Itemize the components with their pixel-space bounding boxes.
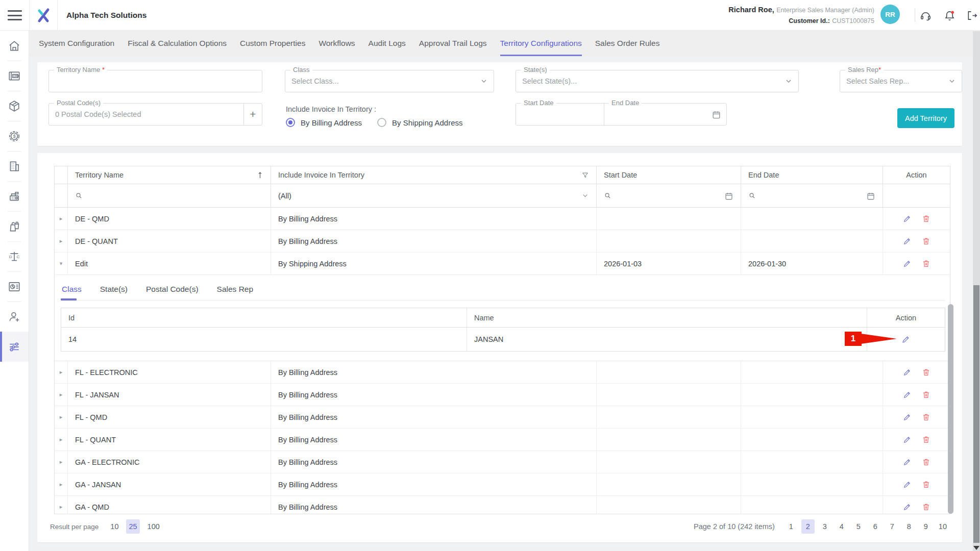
edit-pencil-icon[interactable]	[903, 259, 912, 268]
edit-pencil-icon[interactable]	[903, 480, 912, 489]
delete-trash-icon[interactable]	[922, 435, 930, 444]
filter-include-invoice-cell[interactable]: (All)	[271, 184, 597, 208]
radio-by-shipping-address[interactable]: By Shipping Address	[377, 118, 462, 127]
logout-icon[interactable]	[966, 10, 978, 21]
user-avatar[interactable]: RR	[880, 5, 900, 24]
tab-territory-configurations[interactable]: Territory Configurations	[500, 31, 582, 56]
sales-rep-select[interactable]: Sales Rep* Select Sales Rep...	[840, 70, 962, 92]
col-include-invoice[interactable]: Include Invoice In Territory	[271, 166, 597, 184]
col-territory-name[interactable]: Territory Name	[68, 166, 271, 184]
states-select[interactable]: State(s) Select State(s)...	[516, 70, 799, 92]
page-size-10[interactable]: 10	[108, 519, 121, 534]
table-row[interactable]: ▸ GA - ELECTRONIC By Billing Address	[55, 451, 950, 473]
sidebar-item-crm[interactable]: CRM	[0, 61, 29, 91]
detail-tab-sales-rep[interactable]: Sales Rep	[216, 282, 255, 300]
calendar-icon[interactable]	[712, 110, 721, 119]
notifications-bell-icon[interactable]	[944, 10, 955, 21]
table-rows-viewport[interactable]: ▸ DE - QMD By Billing Address ▸ DE - QUA…	[55, 208, 950, 514]
tab-system-configuration[interactable]: System Configuration	[39, 31, 114, 56]
sort-ascending-icon[interactable]	[257, 171, 263, 179]
edit-pencil-icon[interactable]	[903, 368, 912, 377]
tab-approval-trail-logs[interactable]: Approval Trail Logs	[419, 31, 487, 56]
filter-territory-name-input[interactable]	[88, 188, 263, 204]
sidebar-item-home[interactable]	[0, 31, 29, 61]
edit-pencil-icon[interactable]	[903, 458, 912, 466]
page-6[interactable]: 6	[869, 519, 882, 534]
territory-name-input[interactable]	[49, 70, 262, 92]
support-headset-icon[interactable]	[920, 10, 932, 21]
tab-sales-order-rules[interactable]: Sales Order Rules	[595, 31, 660, 56]
expand-row-icon[interactable]: ▸	[55, 473, 68, 496]
territory-name-field[interactable]: Territory Name *	[48, 70, 262, 92]
delete-trash-icon[interactable]	[922, 368, 930, 377]
app-logo[interactable]	[29, 0, 58, 31]
postal-codes-field[interactable]: Postal Code(s) 0 Postal Code(s) Selected…	[48, 103, 262, 126]
table-row[interactable]: ▸ FL - QMD By Billing Address	[55, 406, 950, 429]
sidebar-item-organization[interactable]	[0, 151, 29, 181]
calendar-icon[interactable]	[866, 191, 875, 201]
sidebar-item-products[interactable]	[0, 91, 29, 121]
page-10[interactable]: 10	[936, 519, 949, 534]
table-row[interactable]: ▸ FL - JANSAN By Billing Address	[55, 384, 950, 406]
edit-pencil-icon[interactable]	[903, 214, 912, 223]
sidebar-item-territory-configurations[interactable]	[0, 332, 29, 362]
sidebar-item-accounting[interactable]: D C	[0, 241, 29, 271]
filter-territory-name-cell[interactable]	[68, 184, 271, 208]
table-row-expanded[interactable]: ▾ Edit By Shipping Address 2026-01-03 20…	[55, 253, 950, 275]
class-select[interactable]: Class Select Class...	[285, 70, 494, 92]
filter-start-date-cell[interactable]	[597, 184, 741, 208]
page-8[interactable]: 8	[902, 519, 916, 534]
delete-trash-icon[interactable]	[922, 390, 930, 399]
page-size-25[interactable]: 25	[126, 519, 139, 534]
table-row[interactable]: ▸ DE - QMD By Billing Address	[55, 208, 950, 230]
detail-tab-states[interactable]: State(s)	[99, 282, 129, 300]
table-row[interactable]: ▸ GA - QMD By Billing Address	[55, 496, 950, 514]
edit-pencil-icon[interactable]	[901, 335, 911, 344]
edit-pencil-icon[interactable]	[903, 390, 912, 399]
table-row[interactable]: ▸ GA - JANSAN By Billing Address	[55, 473, 950, 496]
table-scrollbar-thumb[interactable]	[948, 304, 953, 514]
sidebar-item-pos[interactable]	[0, 181, 29, 211]
filter-end-date-cell[interactable]	[741, 184, 883, 208]
page-5[interactable]: 5	[852, 519, 865, 534]
scrollbar-down-arrow-icon[interactable]	[973, 546, 979, 550]
edit-pencil-icon[interactable]	[903, 435, 912, 444]
tab-fiscal-calculation-options[interactable]: Fiscal & Calculation Options	[128, 31, 227, 56]
page-7[interactable]: 7	[886, 519, 899, 534]
expand-row-icon[interactable]: ▸	[55, 406, 68, 429]
page-3[interactable]: 3	[818, 519, 831, 534]
expand-row-icon[interactable]: ▸	[55, 451, 68, 473]
expand-row-icon[interactable]: ▸	[55, 496, 68, 514]
detail-tab-class[interactable]: Class	[61, 282, 83, 300]
delete-trash-icon[interactable]	[922, 237, 930, 245]
page-1[interactable]: 1	[785, 519, 798, 534]
delete-trash-icon[interactable]	[922, 259, 930, 268]
edit-pencil-icon[interactable]	[903, 237, 912, 245]
sidebar-item-pricing[interactable]: $	[0, 121, 29, 151]
table-row[interactable]: ▸ FL - QUANT By Billing Address	[55, 429, 950, 451]
hamburger-menu-icon[interactable]	[8, 9, 22, 22]
expand-row-icon[interactable]: ▸	[55, 361, 68, 384]
page-scrollbar[interactable]	[973, 31, 980, 551]
date-range-field[interactable]: Start Date End Date	[516, 103, 727, 126]
delete-trash-icon[interactable]	[922, 413, 930, 421]
detail-tab-postal-codes[interactable]: Postal Code(s)	[145, 282, 200, 300]
tab-audit-logs[interactable]: Audit Logs	[369, 31, 406, 56]
tab-workflows[interactable]: Workflows	[318, 31, 355, 56]
expand-row-icon[interactable]: ▸	[55, 384, 68, 406]
expand-row-icon[interactable]: ▸	[55, 429, 68, 451]
col-start-date[interactable]: Start Date	[597, 166, 741, 184]
collapse-row-icon[interactable]: ▾	[55, 253, 68, 275]
delete-trash-icon[interactable]	[922, 214, 930, 223]
page-9[interactable]: 9	[919, 519, 933, 534]
radio-by-billing-address[interactable]: By Billing Address	[286, 118, 362, 127]
calendar-icon[interactable]	[724, 191, 733, 201]
expand-row-icon[interactable]: ▸	[55, 208, 68, 230]
expand-row-icon[interactable]: ▸	[55, 230, 68, 253]
sidebar-item-add-user[interactable]	[0, 302, 29, 332]
add-postal-code-button[interactable]: +	[243, 104, 262, 125]
delete-trash-icon[interactable]	[922, 503, 930, 511]
page-2[interactable]: 2	[801, 519, 815, 534]
page-4[interactable]: 4	[835, 519, 848, 534]
tab-custom-properties[interactable]: Custom Properties	[240, 31, 305, 56]
